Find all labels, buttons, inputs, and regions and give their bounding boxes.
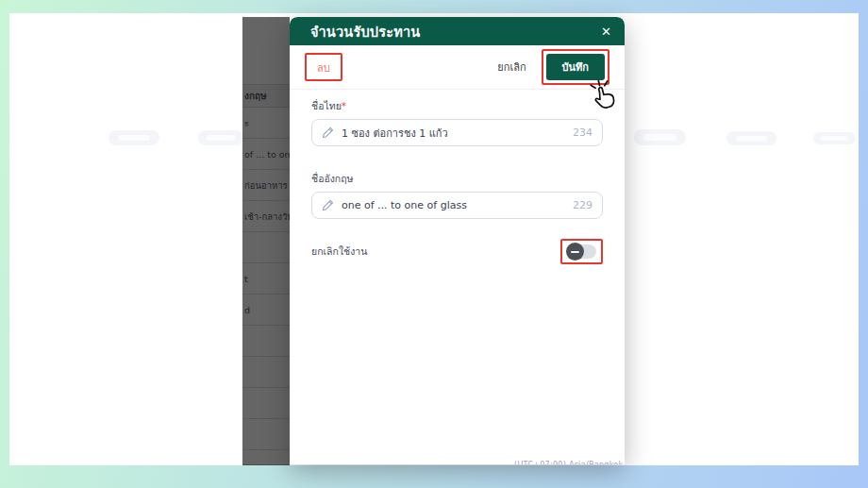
timezone-text-clipped: (UTC+07:00) Asia/Bangkok	[514, 461, 623, 464]
ghost-pill	[108, 130, 159, 145]
table-row-fragment	[242, 326, 290, 357]
ghost-pill	[813, 132, 856, 144]
screenshot-canvas: งกฤษ ะof ... to one ofก่อนอาหาร Enเช้า-ก…	[0, 0, 868, 488]
modal-action-bar: ลบ ยกเลิก บันทึก	[290, 45, 625, 90]
table-row-fragment	[242, 419, 290, 450]
delete-highlight-annotation: ลบ	[305, 53, 342, 81]
save-button[interactable]: บันทึก	[546, 54, 605, 80]
close-icon[interactable]: ✕	[601, 25, 611, 38]
thai-name-label: ชื่อไทย*	[311, 98, 603, 114]
modal-body: ชื่อไทย* 1 ซอง ต่อการชง 1 แก้ว 234 ชื่ออ…	[290, 90, 625, 264]
ghost-pill	[726, 131, 776, 145]
english-name-counter: 229	[573, 199, 593, 211]
ghost-pill-inner	[207, 135, 236, 141]
minus-icon	[571, 251, 579, 253]
ghost-pill	[634, 129, 686, 145]
pencil-icon	[322, 199, 334, 211]
thai-name-input[interactable]: 1 ซอง ต่อการชง 1 แก้ว 234	[311, 119, 603, 146]
table-row-fragment	[242, 232, 290, 263]
table-row-fragment	[242, 388, 290, 419]
modal-title: จำนวนรับประทาน	[310, 21, 420, 42]
english-name-label: ชื่ออังกฤษ	[311, 171, 603, 187]
table-row-fragment: t	[242, 263, 290, 294]
thai-name-counter: 234	[573, 126, 593, 139]
ghost-pill	[198, 130, 243, 145]
table-top-area	[242, 17, 290, 85]
table-row-fragment	[242, 450, 290, 465]
deactivate-row: ยกเลิกใช้งาน	[311, 239, 603, 264]
table-row-fragment: ะ	[242, 108, 290, 139]
table-row-fragment: เช้า-กลางวัน-เ	[242, 201, 290, 232]
ghost-pill-inner	[736, 136, 768, 142]
table-row-fragment: ก่อนอาหาร En	[242, 170, 290, 201]
toggle-highlight-annotation	[560, 239, 603, 264]
thai-name-group: ชื่อไทย* 1 ซอง ต่อการชง 1 แก้ว 234	[311, 98, 603, 146]
ghost-pill-inner	[118, 135, 151, 141]
pencil-icon	[322, 126, 334, 139]
save-highlight-annotation: บันทึก	[542, 49, 609, 85]
dimmed-background-table: งกฤษ ะof ... to one ofก่อนอาหาร Enเช้า-ก…	[242, 17, 290, 465]
serving-amount-modal: จำนวนรับประทาน ✕ ลบ ยกเลิก บันทึก ชื่อไท…	[290, 17, 625, 464]
background-table-rows: ะof ... to one ofก่อนอาหาร Enเช้า-กลางวั…	[242, 108, 290, 465]
label-text: ชื่อไทย	[311, 100, 342, 111]
deactivate-label: ยกเลิกใช้งาน	[311, 244, 367, 260]
modal-header: จำนวนรับประทาน ✕	[290, 17, 625, 45]
english-name-value: one of ... to one of glass	[342, 199, 565, 211]
table-header-fragment: งกฤษ	[242, 85, 290, 108]
cancel-button[interactable]: ยกเลิก	[497, 59, 526, 76]
label-text: ชื่ออังกฤษ	[311, 173, 354, 184]
ghost-pill-inner	[643, 134, 676, 141]
required-asterisk: *	[342, 100, 346, 111]
toggle-knob	[566, 243, 584, 261]
english-name-group: ชื่ออังกฤษ one of ... to one of glass 22…	[311, 171, 603, 219]
deactivate-toggle[interactable]	[567, 244, 596, 259]
table-row-fragment: of ... to one of	[242, 139, 290, 170]
thai-name-value: 1 ซอง ต่อการชง 1 แก้ว	[342, 125, 565, 142]
delete-button[interactable]: ลบ	[317, 62, 330, 75]
table-row-fragment: d	[242, 294, 290, 326]
table-row-fragment	[242, 357, 290, 388]
english-name-input[interactable]: one of ... to one of glass 229	[311, 192, 603, 219]
ghost-pill-inner	[821, 136, 848, 141]
